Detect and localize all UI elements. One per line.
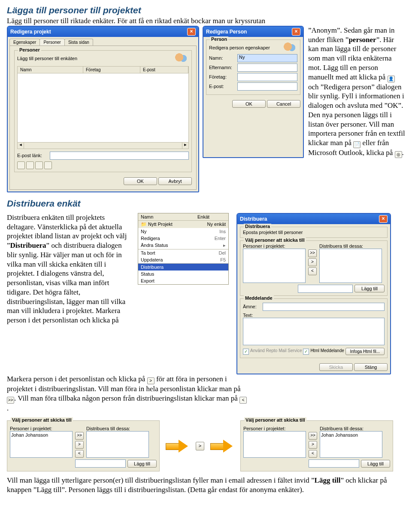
foretag-input[interactable] [237,73,297,81]
add-person-icon: 👤 [388,76,395,82]
import-outlook-icon[interactable] [35,161,43,169]
move-all-right-button[interactable]: >> [75,432,84,440]
col-foretag[interactable]: Företag [83,67,140,73]
import-textfile-icon: 📄 [353,141,360,148]
add-email-input[interactable] [309,459,359,468]
message-textarea[interactable] [243,318,385,345]
group-personer-title: Personer [18,47,41,52]
close-button[interactable]: Stäng [354,363,388,371]
footer-paragraph: Vill man lägga till ytterligare person(e… [7,476,405,495]
namn-label: Namn: [209,55,235,61]
horizontal-scrollbar[interactable]: ◄ ► [17,143,189,149]
left-list-label: Personer i projektet: [243,426,306,431]
infoga-html-button[interactable]: Infoga Html fil... [345,348,385,355]
distribute-to-list[interactable] [86,431,149,458]
ok-button[interactable]: OK [124,177,157,185]
arrow-icon [210,440,234,453]
project-context-menu: Namn Enkät 📁 Nytt Projekt Ny enkät NyIns… [138,213,229,285]
move-right-button[interactable]: > [309,441,317,449]
window-title: Distribuera [240,216,267,222]
repto-checkbox[interactable]: ✓Använd Repto Mail Service [243,348,302,355]
cancel-button[interactable]: Cancel [267,100,300,108]
import-textfile-icon[interactable] [26,161,34,169]
ctx-item-export[interactable]: Export [138,277,228,284]
add-button[interactable]: Lägg till [127,460,157,468]
move-left-button[interactable]: < [308,268,317,275]
right-list-label: Distribuera till dessa: [320,426,382,431]
ctx-item-ändra-status[interactable]: Ändra Status▸ [138,242,228,249]
move-right-button[interactable]: > [196,442,204,450]
section1-intro: Lägg till personer till riktade enkäter.… [7,16,405,26]
namn-input[interactable]: Ny [237,54,297,62]
distribute-to-list[interactable]: Johan Johansson [320,431,382,458]
efternamn-label: Efternamn: [209,65,235,70]
col-epost[interactable]: E-post [140,67,188,73]
left-list-label: Personer i projektet: [10,426,73,431]
close-icon[interactable]: × [292,28,300,36]
tab-personer[interactable]: Personer [39,39,65,46]
window-title: Redigera projekt [10,29,51,35]
col-namn[interactable]: Namn [18,67,83,73]
persons-in-project-list[interactable] [243,431,306,458]
window-title: Redigera Person [206,29,247,35]
section2-para-rest: Markera person i det personlistan och kl… [7,374,247,413]
epost-lank-input[interactable] [50,152,189,160]
move-all-right-button[interactable]: >> [308,249,317,257]
text-label: Text: [243,313,385,318]
move-left-button[interactable]: < [75,450,84,458]
add-button[interactable]: Lägg till [361,460,390,468]
ctx-item-status[interactable]: Status [138,271,228,277]
ctx-item-distribuera[interactable]: Distribuera [138,264,228,271]
persons-in-project-list[interactable]: Johan Johansson [10,431,73,458]
import-outlook-icon: ◎ [395,151,402,158]
move-all-right-icon: >> [7,397,14,404]
efternamn-input[interactable] [237,64,297,72]
ctx-project-row[interactable]: 📁 Nytt Projekt Ny enkät [138,221,228,228]
add-button[interactable]: Lägg till [354,285,385,292]
move-right-button[interactable]: > [75,441,84,449]
persons-table-body[interactable] [17,73,189,143]
ctx-item-redigera[interactable]: RedigeraEnter [138,235,228,242]
subject-input[interactable] [263,303,385,311]
ctx-col-enkat: Enkät [195,213,212,220]
message-group-title: Meddelande [244,295,274,301]
add-person-icon[interactable] [17,161,25,169]
add-email-input[interactable] [298,285,353,293]
ctx-item-ta-bort[interactable]: Ta bortDel [138,249,228,256]
epost-input[interactable] [237,82,297,91]
people-icon [284,43,297,53]
group-distribute-subtitle: Eposta projektet till personer [243,230,385,235]
move-left-icon: < [239,397,247,404]
ok-button[interactable]: OK [232,100,266,108]
after-box: Välj personer att skicka till Personer i… [240,420,393,471]
section2-para-start: Distribuera enkäten till projektets delt… [7,213,133,325]
subject-label: Ämne: [243,304,260,309]
tab-egenskaper[interactable]: Egenskaper [9,39,40,46]
move-left-button[interactable]: < [309,450,317,458]
tab-sista-sidan[interactable]: Sista sidan [64,39,93,46]
move-right-button[interactable]: > [308,258,317,266]
right-list-label: Distribuera till dessa: [86,426,149,431]
ctx-item-ny[interactable]: NyIns [138,228,228,235]
redigera-projekt-window: Redigera projekt × Egenskaper Personer S… [7,26,199,192]
tabs: Egenskaper Personer Sista sidan [8,37,198,46]
close-icon[interactable]: × [379,215,388,223]
left-list-label: Personer i projektet: [243,243,306,249]
html-msg-checkbox[interactable]: ✓Html Meddelande [303,348,344,355]
before-box: Välj personer att skicka till Personer i… [7,420,160,471]
people-icon [175,53,189,64]
persons-in-project-list[interactable] [243,249,306,283]
move-all-right-button[interactable]: >> [309,432,317,440]
distribute-to-list[interactable] [319,249,382,283]
group-person-subtitle: Redigera person egenskaper [209,45,270,50]
cancel-button[interactable]: Avbryt [158,177,192,185]
pick-persons-title: Välj personer att skicka till [244,237,306,243]
section-distribute-title: Distribuera enkät [7,198,405,209]
close-icon[interactable]: × [187,28,196,36]
ctx-item-uppdatera[interactable]: UppdateraF5 [138,256,228,263]
add-email-input[interactable] [75,459,126,468]
send-button[interactable]: Skicka [319,363,353,371]
arrow-icon [166,440,190,453]
delete-person-icon[interactable] [44,161,52,169]
epost-lank-label: E-post länk: [17,153,47,158]
